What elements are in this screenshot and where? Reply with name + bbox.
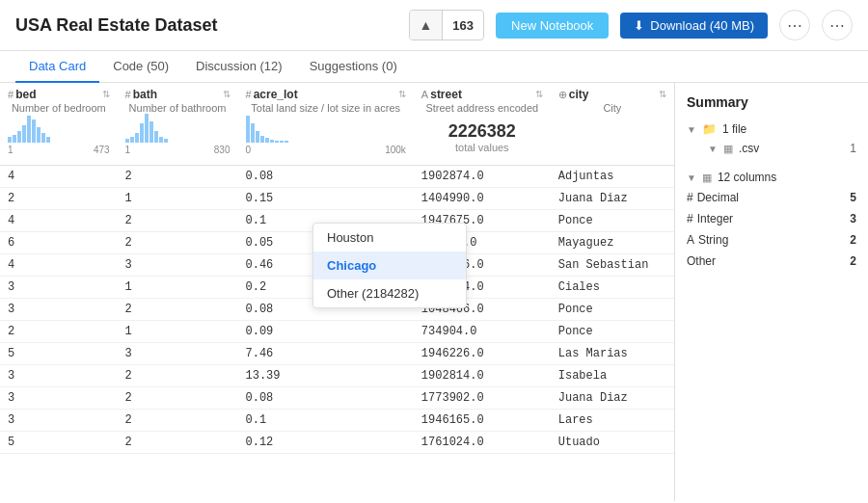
- cell-street: 1761024.0: [414, 432, 551, 454]
- hist-bath: [125, 114, 231, 145]
- table-row: 320.081773902.0Juana Diaz: [0, 387, 674, 410]
- hist-bar: [164, 139, 168, 143]
- string-label-wrap: A String: [687, 233, 728, 247]
- sort-icon-street[interactable]: ⇅: [535, 89, 543, 99]
- cell-bed: 3: [0, 277, 118, 299]
- city-dropdown[interactable]: Houston Chicago Other (2184282): [312, 223, 467, 308]
- summary-title: Summary: [687, 94, 856, 110]
- columns-label: 12 columns: [718, 171, 856, 184]
- integer-count: 3: [850, 212, 856, 225]
- share-button[interactable]: ⋯: [779, 10, 810, 40]
- hist-bar: [27, 116, 31, 143]
- hist-bar: [159, 137, 163, 143]
- hist-bar: [246, 116, 250, 143]
- cell-bed: 2: [0, 321, 118, 343]
- col-name-bed: bed: [15, 88, 36, 101]
- decimal-icon: #: [687, 191, 693, 204]
- summary-string-row: A String 2: [687, 229, 856, 251]
- cell-bath: 2: [118, 387, 238, 410]
- new-notebook-button[interactable]: New Notebook: [496, 13, 609, 39]
- cell-city: Adjuntas: [551, 166, 674, 188]
- cell-street: 1946165.0: [414, 410, 551, 432]
- stats-label-street: total values: [425, 142, 539, 153]
- city-option-chicago[interactable]: Chicago: [313, 252, 466, 279]
- sort-icon-bath[interactable]: ⇅: [223, 89, 231, 99]
- hist-bar: [270, 140, 274, 143]
- city-option-other[interactable]: Other (2184282): [313, 279, 466, 307]
- summary-integer-row: # Integer 3: [687, 208, 856, 229]
- hist-bar: [154, 131, 158, 143]
- cell-bed: 3: [0, 410, 118, 432]
- string-count: 2: [850, 233, 856, 247]
- type-icon-city: ⊕: [558, 89, 567, 100]
- cell-bath: 2: [118, 210, 238, 232]
- cell-city: Ciales: [551, 277, 674, 299]
- cell-bath: 1: [118, 188, 238, 210]
- summary-columns-item: ▼ ▦ 12 columns: [687, 168, 856, 187]
- hist-range-bed: 1 473: [8, 145, 110, 155]
- cell-street: 1404990.0: [414, 188, 551, 210]
- summary-other-row: Other 2: [687, 251, 856, 272]
- tab-suggestions[interactable]: Suggestions (0): [296, 51, 411, 83]
- cell-street: 1902814.0: [414, 365, 551, 387]
- table-body: 420.081902874.0Adjuntas210.151404990.0Ju…: [0, 166, 674, 454]
- table-area[interactable]: #bed ⇅ Number of bedroom: [0, 83, 675, 501]
- sort-icon-city[interactable]: ⇅: [659, 89, 666, 99]
- cell-bath: 3: [118, 254, 238, 277]
- string-icon: A: [687, 233, 694, 247]
- decimal-label: Decimal: [697, 191, 739, 204]
- hist-bar: [125, 139, 129, 143]
- hist-range-acre-lot: 0 100k: [246, 145, 406, 155]
- header: USA Real Estate Dataset ▲ 163 New Notebo…: [0, 0, 868, 51]
- cell-city: Lares: [551, 410, 674, 432]
- col-header-acre-lot: #acre_lot ⇅ Total land size / lot size i…: [238, 83, 414, 166]
- tab-code[interactable]: Code (50): [99, 51, 182, 83]
- cell-city: Juana Diaz: [551, 188, 674, 210]
- csv-count: 1: [850, 142, 856, 155]
- city-option-houston[interactable]: Houston: [313, 224, 466, 252]
- table-row: 210.151404990.0Juana Diaz: [0, 188, 674, 210]
- hist-bar: [37, 127, 41, 143]
- cell-bath: 2: [118, 232, 238, 254]
- sort-icon-bed[interactable]: ⇅: [102, 89, 110, 99]
- hist-max-bed: 473: [94, 145, 110, 155]
- cell-city: Ponce: [551, 321, 674, 343]
- hist-bar: [8, 137, 12, 143]
- table-row: 210.09734904.0Ponce: [0, 321, 674, 343]
- hist-bar: [260, 136, 264, 143]
- vote-up-button[interactable]: ▲: [410, 11, 443, 40]
- vote-count: 163: [442, 11, 483, 40]
- tab-data-card[interactable]: Data Card: [15, 51, 99, 83]
- cell-bed: 6: [0, 232, 118, 254]
- cell-acre_lot: 0.08: [238, 387, 414, 410]
- stats-total-street: 2226382: [425, 121, 539, 142]
- col-header-street: Astreet ⇅ Street address encoded 2226382…: [414, 83, 551, 166]
- cell-acre_lot: 0.1: [238, 410, 414, 432]
- tab-discussion[interactable]: Discussion (12): [182, 51, 296, 83]
- summary-files-item: ▼ 📁 1 file: [687, 119, 856, 139]
- cell-bath: 2: [118, 410, 238, 432]
- summary-columns-section: ▼ ▦ 12 columns # Decimal 5 # Integer 3: [687, 168, 856, 272]
- col-header-city: ⊕city ⇅ City: [551, 83, 674, 166]
- hist-bed: [8, 114, 110, 145]
- hist-bar: [265, 138, 269, 143]
- collapse-icon-columns[interactable]: ▼: [687, 172, 696, 183]
- more-options-button[interactable]: ⋯: [822, 10, 853, 40]
- hist-bar: [46, 137, 50, 143]
- col-desc-bed: Number of bedroom: [8, 102, 110, 114]
- hist-bar: [145, 114, 149, 143]
- hist-bar: [130, 137, 134, 143]
- cell-acre_lot: 0.15: [238, 188, 414, 210]
- cell-bed: 4: [0, 254, 118, 277]
- sort-icon-acre-lot[interactable]: ⇅: [398, 89, 406, 99]
- collapse-icon-files[interactable]: ▼: [687, 124, 696, 135]
- col-desc-acre-lot: Total land size / lot size in acres: [246, 102, 406, 114]
- type-icon-bed: #: [8, 89, 14, 100]
- cell-bed: 3: [0, 387, 118, 410]
- vote-button[interactable]: ▲ 163: [409, 10, 485, 40]
- download-button[interactable]: ⬇ Download (40 MB): [620, 13, 768, 39]
- collapse-icon-csv[interactable]: ▼: [708, 144, 718, 154]
- col-name-city: city: [569, 88, 589, 101]
- more-icon: ⋯: [829, 16, 845, 35]
- hist-bar: [17, 131, 21, 143]
